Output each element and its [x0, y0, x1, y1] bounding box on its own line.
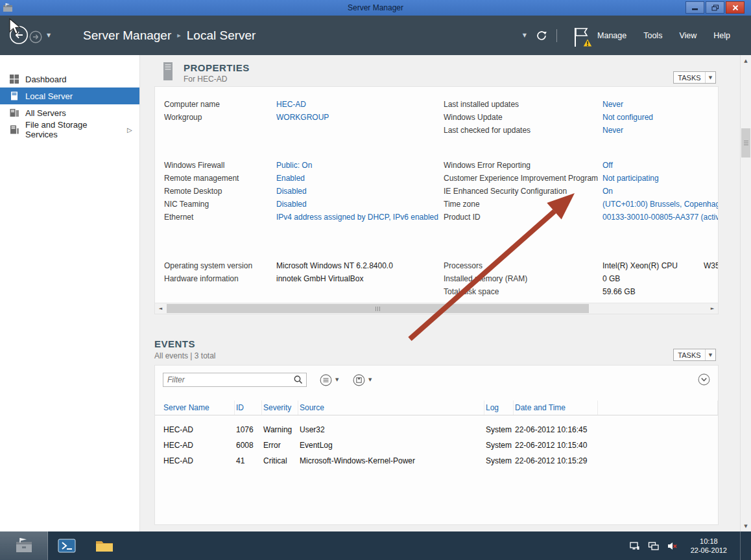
events-tasks-button[interactable]: TASKS ▼: [673, 349, 716, 361]
prop-value-link[interactable]: WORKGROUP: [276, 113, 443, 122]
column-header-date-time[interactable]: Date and Time: [514, 401, 598, 415]
restore-button[interactable]: [706, 1, 724, 14]
column-header-severity[interactable]: Severity: [262, 401, 298, 415]
forward-button[interactable]: [29, 30, 42, 43]
clock-time: 10:18: [691, 537, 727, 546]
scroll-up-arrow[interactable]: ▲: [741, 55, 751, 66]
prop-label: Ethernet: [164, 213, 276, 222]
close-button[interactable]: [726, 1, 745, 14]
clock-date: 22-06-2012: [691, 546, 727, 555]
menu-view[interactable]: View: [679, 31, 697, 40]
sidebar-item-label: Dashboard: [25, 75, 67, 84]
cell-source: Microsoft-Windows-Kernel-Power: [298, 456, 484, 465]
back-button[interactable]: [9, 25, 29, 45]
breadcrumb-root[interactable]: Server Manager: [83, 29, 171, 43]
prop-value-link[interactable]: Never: [602, 100, 719, 109]
prop-label: Remote Desktop: [164, 187, 276, 196]
prop-value-link[interactable]: Public: On: [276, 161, 443, 170]
dashboard-icon: [9, 74, 19, 84]
cell-id: 1076: [235, 425, 262, 434]
events-save-query-button[interactable]: ▼: [353, 373, 372, 386]
breadcrumb: Server Manager ▸ Local Server: [83, 16, 256, 55]
scroll-thumb[interactable]: [167, 304, 589, 313]
scroll-left-arrow[interactable]: ◄: [155, 303, 166, 314]
taskbar-clock[interactable]: 10:18 22-06-2012: [685, 537, 732, 555]
servers-icon: [9, 108, 19, 118]
scroll-right-arrow[interactable]: ►: [707, 303, 718, 314]
prop-value-link[interactable]: Never: [602, 126, 719, 135]
sidebar-item-file-storage-services[interactable]: File and Storage Services ▷: [0, 121, 139, 138]
prop-value-link[interactable]: Enabled: [276, 174, 443, 183]
show-desktop-button[interactable]: [740, 531, 745, 560]
notifications-caret[interactable]: ▼: [523, 32, 527, 38]
prop-value-link[interactable]: Not participating: [602, 174, 719, 183]
prop-value-link[interactable]: Disabled: [276, 187, 443, 196]
events-heading: EVENTS: [154, 338, 195, 349]
prop-value-link[interactable]: Not configured: [602, 113, 719, 122]
events-display-options-button[interactable]: ▼: [320, 373, 339, 386]
search-icon[interactable]: [293, 375, 304, 385]
sidebar-item-local-server[interactable]: Local Server: [0, 88, 139, 104]
taskbar-file-explorer-button[interactable]: [86, 531, 123, 560]
prop-label: Time zone: [444, 200, 602, 209]
cell-source: User32: [298, 425, 484, 434]
caret-down-icon: ▼: [335, 377, 339, 382]
column-header-id[interactable]: ID: [235, 401, 262, 415]
minimize-button[interactable]: [685, 1, 704, 14]
tray-devices-icon[interactable]: [648, 541, 659, 552]
main-vertical-scrollbar[interactable]: ▲ ▼: [740, 55, 751, 531]
cell-id: 41: [235, 456, 262, 465]
properties-horizontal-scrollbar[interactable]: ◄ ►: [155, 303, 718, 314]
refresh-icon[interactable]: [534, 29, 549, 43]
cell-server-name: HEC-AD: [162, 425, 235, 434]
table-row[interactable]: HEC-AD 6008 Error EventLog System 22-06-…: [155, 438, 718, 453]
tasks-label: TASKS: [674, 351, 705, 359]
navigation-history-caret[interactable]: ▼: [47, 32, 51, 38]
column-header-log[interactable]: Log: [484, 401, 514, 415]
filter-input[interactable]: [163, 374, 293, 386]
prop-value-link[interactable]: Disabled: [276, 200, 443, 209]
prop-label: IE Enhanced Security Configuration: [444, 187, 602, 196]
collapse-section-button[interactable]: [698, 373, 710, 386]
breadcrumb-current[interactable]: Local Server: [187, 29, 256, 43]
prop-label: Total disk space: [444, 287, 602, 296]
powershell-icon: [58, 538, 76, 554]
prop-value-link[interactable]: (UTC+01:00) Brussels, Copenhage: [602, 200, 719, 209]
cell-severity: Critical: [262, 456, 298, 465]
sidebar-item-label: File and Storage Services: [25, 120, 121, 139]
properties-tasks-button[interactable]: TASKS ▼: [673, 71, 716, 84]
menu-manage[interactable]: Manage: [597, 31, 626, 40]
scroll-track[interactable]: [166, 303, 707, 314]
server-manager-icon: [14, 537, 34, 554]
taskbar-server-manager-button[interactable]: [0, 531, 48, 560]
caret-down-icon: ▼: [368, 377, 372, 382]
prop-value-link[interactable]: 00133-30010-00805-AA377 (activa: [602, 213, 719, 222]
sidebar-item-all-servers[interactable]: All Servers: [0, 104, 139, 121]
scroll-thumb[interactable]: [741, 128, 750, 158]
title-bar: Server Manager: [0, 0, 751, 16]
prop-value: 59.66 GB: [602, 287, 719, 296]
menu-help[interactable]: Help: [713, 31, 730, 40]
server-icon: [9, 91, 19, 101]
notification-flag-icon[interactable]: [571, 26, 593, 49]
prop-value-link[interactable]: On: [602, 187, 719, 196]
prop-label: Windows Error Reporting: [444, 161, 602, 170]
scroll-down-arrow[interactable]: ▼: [741, 520, 751, 531]
tray-network-icon[interactable]: [629, 541, 640, 552]
tray-volume-muted-icon[interactable]: [667, 541, 678, 552]
column-header-source[interactable]: Source: [298, 401, 484, 415]
prop-value-link[interactable]: IPv4 address assigned by DHCP, IPv6 enab…: [276, 213, 443, 222]
taskbar-powershell-button[interactable]: [48, 531, 86, 560]
table-row[interactable]: HEC-AD 41 Critical Microsoft-Windows-Ker…: [155, 453, 718, 469]
prop-value-link[interactable]: Off: [602, 161, 719, 170]
prop-value: Microsoft Windows NT 6.2.8400.0: [276, 261, 443, 270]
prop-value-link[interactable]: HEC-AD: [276, 100, 443, 109]
expand-arrow-icon[interactable]: ▷: [127, 126, 134, 133]
file-storage-icon: [9, 124, 19, 135]
events-table-body: HEC-AD 1076 Warning User32 System 22-06-…: [155, 422, 718, 469]
column-header-server-name[interactable]: Server Name: [162, 401, 235, 415]
menu-tools[interactable]: Tools: [643, 31, 662, 40]
sidebar-item-dashboard[interactable]: Dashboard: [0, 71, 139, 88]
cell-log: System: [484, 456, 514, 465]
table-row[interactable]: HEC-AD 1076 Warning User32 System 22-06-…: [155, 422, 718, 438]
